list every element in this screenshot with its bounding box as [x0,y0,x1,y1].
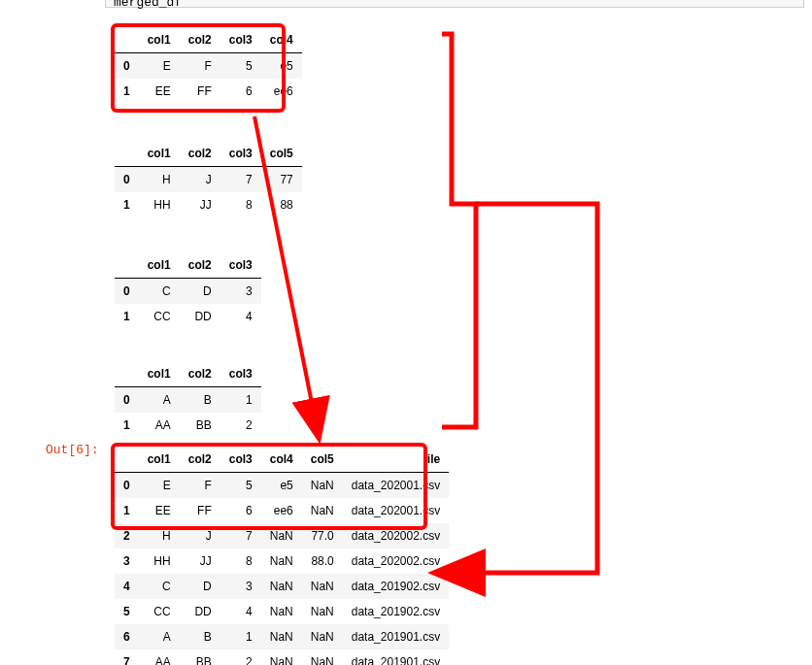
table-row: 1EEFF6ee6 [115,79,302,104]
cell: 2 [220,649,261,665]
column-header: col4 [261,447,302,473]
cell: A [139,624,180,649]
cell: FF [180,79,220,104]
cell: J [180,167,220,193]
row-index: 1 [115,413,139,438]
cell: 2 [220,413,261,438]
column-header: col2 [180,447,220,473]
cell: AA [139,649,180,665]
cell: BB [180,413,220,438]
cell: DD [180,599,220,624]
column-header: col1 [139,447,180,473]
table-row: 0CD3 [115,279,261,305]
dataframe-output-4-table: col1col2col30AB11AABB2 [115,361,261,438]
cell: 4 [220,599,261,624]
column-header: col1 [139,27,180,53]
table-row: 4CD3NaNNaNdata_201902.csv [115,574,449,599]
cell: data_202002.csv [343,549,449,574]
cell: 4 [220,304,261,329]
cell: NaN [302,599,343,624]
column-header [115,27,139,53]
row-index: 5 [115,599,139,624]
cell: HH [139,192,180,217]
column-header: col2 [180,141,220,167]
cell: NaN [261,574,302,599]
column-header: col3 [220,252,261,279]
row-index: 0 [115,167,139,193]
column-header: col3 [220,27,261,53]
cell: EE [139,79,180,104]
cell: E [139,473,180,499]
cell: 88.0 [302,549,343,574]
cell: BB [180,649,220,665]
cell: 1 [220,624,261,649]
column-header: col1 [139,141,180,167]
cell: 1 [220,387,261,414]
row-index: 3 [115,549,139,574]
cell: JJ [180,549,220,574]
column-header: file [343,447,449,473]
cell: J [180,523,220,549]
table-row: 0EF5e5 [115,53,302,80]
table-row: 3HHJJ8NaN88.0data_202002.csv [115,549,449,574]
table-row: 0EF5e5NaNdata_202001.csv [115,473,449,499]
dataframe-output-4: col1col2col30AB11AABB2 [115,361,261,438]
cell: e5 [261,53,302,80]
cell: NaN [261,649,302,665]
dataframe-output-2: col1col2col3col50HJ7771HHJJ888 [115,141,302,217]
row-index: 0 [115,387,139,414]
cell: 5 [220,473,261,499]
cell: NaN [302,574,343,599]
dataframe-output-3-table: col1col2col30CD31CCDD4 [115,252,261,329]
cell: FF [180,498,220,523]
column-header: col5 [261,141,302,167]
row-index: 0 [115,473,139,499]
cell: 8 [220,192,261,217]
row-index: 1 [115,79,139,104]
cell: ee6 [261,498,302,523]
cell: 77.0 [302,523,343,549]
column-header [115,361,139,387]
table-row: 7AABB2NaNNaNdata_201901.csv [115,649,449,665]
cell: F [180,473,220,499]
cell: CC [139,304,180,329]
column-header: col3 [220,361,261,387]
cell: DD [180,304,220,329]
dataframe-output-2-table: col1col2col3col50HJ7771HHJJ888 [115,141,302,217]
dataframe-output-1: col1col2col3col40EF5e51EEFF6ee6 [115,27,302,104]
cell: data_202001.csv [343,473,449,499]
column-header: col1 [139,252,180,279]
cell: C [139,279,180,305]
cell: D [180,279,220,305]
column-header: col2 [180,361,220,387]
column-header: col2 [180,27,220,53]
table-row: 5CCDD4NaNNaNdata_201902.csv [115,599,449,624]
table-row: 6AB1NaNNaNdata_201901.csv [115,624,449,649]
cell: NaN [261,599,302,624]
column-header: col1 [139,361,180,387]
column-header [115,447,139,473]
cell: 7 [220,167,261,193]
dataframe-output-1-table: col1col2col3col40EF5e51EEFF6ee6 [115,27,302,104]
column-header [115,252,139,279]
column-header: col3 [220,447,261,473]
cell: H [139,167,180,193]
cell: NaN [302,473,343,499]
cell: 8 [220,549,261,574]
row-index: 1 [115,498,139,523]
cell: 3 [220,574,261,599]
cell: NaN [302,649,343,665]
dataframe-output-merged-table: col1col2col3col4col5file0EF5e5NaNdata_20… [115,447,449,665]
code-cell-input[interactable]: merged_df [105,0,804,8]
cell: 6 [220,79,261,104]
cell: B [180,387,220,414]
cell: B [180,624,220,649]
cell: 88 [261,192,302,217]
row-index: 1 [115,304,139,329]
cell: 5 [220,53,261,80]
cell: data_201902.csv [343,574,449,599]
cell: NaN [302,498,343,523]
table-row: 1CCDD4 [115,304,261,329]
bracket-arrow-to-merged [437,204,597,573]
table-row: 1HHJJ888 [115,192,302,217]
